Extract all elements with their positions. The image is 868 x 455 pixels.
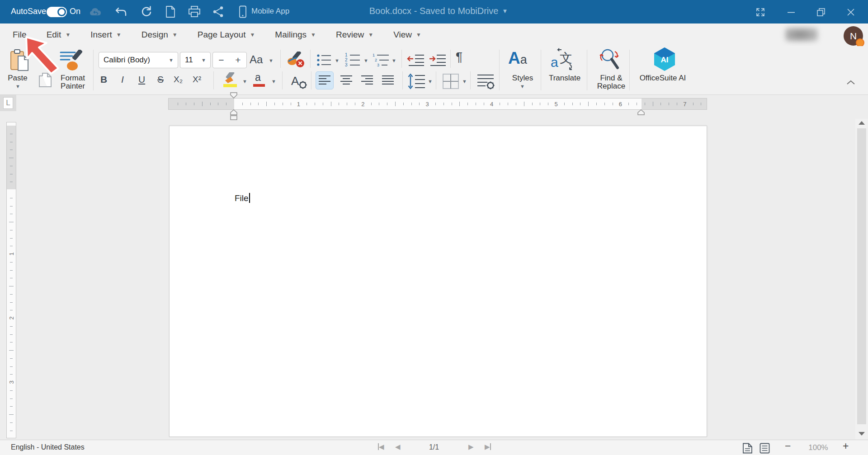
new-document-icon[interactable] <box>165 5 175 18</box>
scroll-up-icon[interactable] <box>859 121 865 125</box>
chevron-down-icon[interactable]: ▼ <box>242 79 247 84</box>
web-layout-view-icon[interactable] <box>760 443 770 454</box>
previous-page-button[interactable]: ◀ <box>395 443 401 451</box>
subscript-button[interactable]: X₂ <box>174 75 183 84</box>
font-name-select[interactable]: Calibri (Body)▼ <box>99 52 178 68</box>
chevron-down-icon[interactable]: ▼ <box>271 79 276 84</box>
mobile-app-label[interactable]: Mobile App <box>251 7 289 16</box>
print-layout-view-icon[interactable] <box>742 443 753 454</box>
cloud-sync-icon[interactable] <box>89 7 104 18</box>
language-status[interactable]: English - United States <box>11 443 85 451</box>
bold-button[interactable]: B <box>100 74 107 85</box>
show-paragraph-marks-button[interactable]: ¶ <box>456 50 462 64</box>
align-center-button[interactable] <box>337 71 355 89</box>
fullscreen-icon[interactable] <box>756 8 765 17</box>
svg-text:A: A <box>291 74 299 88</box>
ruler-tick <box>10 278 13 278</box>
redo-icon[interactable] <box>140 6 152 18</box>
first-line-indent-marker[interactable] <box>230 92 237 99</box>
last-page-button[interactable]: ▶ <box>485 443 491 451</box>
divider <box>470 71 471 89</box>
chevron-down-icon[interactable]: ▼ <box>428 79 433 84</box>
clear-formatting-icon[interactable] <box>287 52 306 69</box>
ruler-tick <box>540 103 540 105</box>
font-settings-icon[interactable]: A <box>290 73 307 89</box>
increase-font-size-button[interactable]: + <box>230 55 246 66</box>
highlight-color-icon[interactable] <box>222 72 240 89</box>
status-bar: English - United States ◀ ◀ 1/1 ▶ ▶ − 10… <box>0 440 868 455</box>
next-page-button[interactable]: ▶ <box>468 443 474 451</box>
chevron-down-icon[interactable]: ▼ <box>462 79 467 84</box>
change-case-button[interactable]: Aa <box>250 53 263 66</box>
underline-button[interactable]: U <box>138 74 145 85</box>
menu-mailings[interactable]: Mailings▼ <box>275 30 316 40</box>
menu-page-layout[interactable]: Page Layout▼ <box>198 30 255 40</box>
chevron-down-icon[interactable]: ▼ <box>392 58 396 63</box>
align-right-button[interactable] <box>358 71 376 89</box>
justify-button[interactable] <box>379 71 397 89</box>
mobile-app-icon[interactable] <box>239 5 247 18</box>
print-icon[interactable] <box>188 6 201 18</box>
ruler-tick <box>580 103 580 105</box>
zoom-in-button[interactable]: + <box>843 440 849 452</box>
bulleted-list-icon[interactable] <box>316 53 332 67</box>
font-size-select[interactable]: 11▼ <box>180 52 211 68</box>
menu-insert[interactable]: Insert▼ <box>90 30 121 40</box>
strikethrough-button[interactable]: S <box>157 74 164 85</box>
red-pointer-arrow <box>23 33 63 77</box>
chevron-down-icon[interactable]: ▼ <box>335 58 340 63</box>
ruler-tick <box>291 103 291 105</box>
left-indent-marker[interactable] <box>230 115 237 120</box>
numbered-list-icon[interactable]: 1 2 3 <box>344 52 361 68</box>
ruler-number: 2 <box>361 101 364 108</box>
italic-button[interactable]: I <box>121 74 124 85</box>
undo-icon[interactable] <box>115 6 127 17</box>
document-page[interactable]: File <box>169 126 707 437</box>
chevron-down-icon[interactable]: ▼ <box>269 58 274 63</box>
scrollbar-thumb[interactable] <box>857 128 866 424</box>
restore-icon[interactable] <box>816 8 826 17</box>
document-text[interactable]: File <box>235 193 250 203</box>
zoom-out-button[interactable]: − <box>785 440 791 452</box>
vertical-scrollbar[interactable] <box>855 119 868 440</box>
svg-text:2: 2 <box>345 57 348 62</box>
divider <box>499 50 500 90</box>
first-page-button[interactable]: ◀ <box>378 443 384 451</box>
ruler-number: 1 <box>297 101 300 108</box>
chevron-down-icon[interactable]: ▼ <box>15 84 20 89</box>
right-indent-marker[interactable] <box>637 109 645 115</box>
zoom-level[interactable]: 100% <box>805 443 832 452</box>
close-icon[interactable] <box>846 8 855 17</box>
vertical-ruler[interactable]: 123 <box>6 122 16 438</box>
tab-stop-selector[interactable]: L <box>0 95 16 111</box>
scroll-down-icon[interactable] <box>859 432 865 436</box>
align-left-button[interactable] <box>316 71 334 89</box>
format-painter-button-line2[interactable]: Painter <box>53 82 92 91</box>
decrease-font-size-button[interactable]: − <box>213 55 230 66</box>
collapse-ribbon-icon[interactable] <box>846 80 855 85</box>
autosave-toggle[interactable] <box>47 7 67 17</box>
line-spacing-icon[interactable] <box>408 73 425 89</box>
superscript-button[interactable]: X² <box>193 75 201 84</box>
decrease-indent-icon[interactable] <box>407 53 425 67</box>
ruler-tick <box>467 103 468 105</box>
minimize-icon[interactable] <box>787 8 796 17</box>
avatar[interactable]: N <box>844 26 863 46</box>
menu-design[interactable]: Design▼ <box>142 30 178 40</box>
chevron-down-icon[interactable]: ▼ <box>363 58 368 63</box>
document-title[interactable]: Book.docx - Saved to MobiDrive▼ <box>344 6 533 16</box>
share-icon[interactable] <box>212 6 224 18</box>
divider <box>93 50 94 90</box>
hanging-indent-marker[interactable] <box>230 109 237 115</box>
borders-icon[interactable] <box>442 73 459 89</box>
menu-view[interactable]: View▼ <box>393 30 421 40</box>
multilevel-list-icon[interactable]: 1 2 3 <box>373 52 390 68</box>
ruler-tick <box>10 262 13 263</box>
menu-review[interactable]: Review▼ <box>336 30 373 40</box>
increase-indent-icon[interactable] <box>429 53 447 67</box>
ruler-tick <box>10 166 13 166</box>
ruler-tick <box>10 366 13 367</box>
horizontal-ruler[interactable]: 1234567 <box>168 98 707 110</box>
ruler-tick <box>266 102 267 106</box>
paragraph-settings-icon[interactable] <box>476 73 495 89</box>
